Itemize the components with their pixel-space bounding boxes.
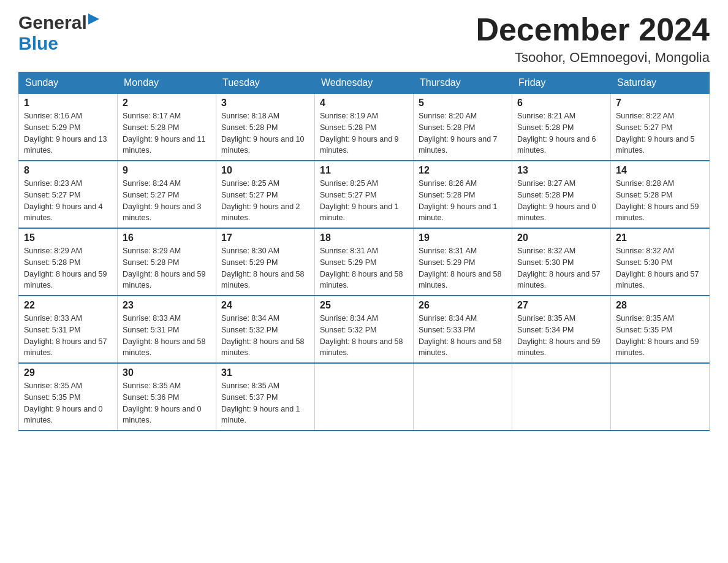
day-number: 10: [221, 165, 309, 176]
calendar-cell: [512, 363, 611, 431]
weekday-header-row: SundayMondayTuesdayWednesdayThursdayFrid…: [19, 72, 710, 94]
day-number: 18: [320, 232, 408, 243]
calendar-cell: 15Sunrise: 8:29 AMSunset: 5:28 PMDayligh…: [19, 228, 118, 296]
logo-blue-text: Blue: [18, 33, 58, 53]
calendar-cell: 26Sunrise: 8:34 AMSunset: 5:33 PMDayligh…: [414, 296, 512, 363]
day-number: 25: [320, 300, 408, 311]
day-number: 12: [419, 165, 507, 176]
day-info: Sunrise: 8:20 AMSunset: 5:28 PMDaylight:…: [419, 110, 507, 156]
day-number: 15: [24, 232, 112, 243]
day-number: 27: [517, 300, 605, 311]
calendar-cell: 19Sunrise: 8:31 AMSunset: 5:29 PMDayligh…: [414, 228, 512, 296]
day-info: Sunrise: 8:31 AMSunset: 5:29 PMDaylight:…: [419, 245, 507, 291]
day-info: Sunrise: 8:29 AMSunset: 5:28 PMDaylight:…: [24, 245, 112, 291]
calendar-title: December 2024: [476, 12, 710, 47]
day-info: Sunrise: 8:34 AMSunset: 5:33 PMDaylight:…: [419, 313, 507, 359]
calendar-cell: 6Sunrise: 8:21 AMSunset: 5:28 PMDaylight…: [512, 94, 611, 161]
title-block: December 2024 Tsoohor, OEmnoegovi, Mongo…: [476, 12, 710, 66]
day-number: 23: [123, 300, 211, 311]
day-info: Sunrise: 8:33 AMSunset: 5:31 PMDaylight:…: [123, 313, 211, 359]
calendar-cell: 10Sunrise: 8:25 AMSunset: 5:27 PMDayligh…: [216, 161, 315, 228]
calendar-cell: 27Sunrise: 8:35 AMSunset: 5:34 PMDayligh…: [512, 296, 611, 363]
day-number: 8: [24, 165, 112, 176]
day-number: 20: [517, 232, 605, 243]
weekday-header-friday: Friday: [512, 72, 611, 94]
calendar-week-5: 29Sunrise: 8:35 AMSunset: 5:35 PMDayligh…: [19, 363, 710, 431]
calendar-cell: [315, 363, 414, 431]
weekday-header-monday: Monday: [118, 72, 216, 94]
calendar-cell: 25Sunrise: 8:34 AMSunset: 5:32 PMDayligh…: [315, 296, 414, 363]
calendar-cell: 16Sunrise: 8:29 AMSunset: 5:28 PMDayligh…: [118, 228, 216, 296]
calendar-cell: 14Sunrise: 8:28 AMSunset: 5:28 PMDayligh…: [611, 161, 710, 228]
calendar-week-3: 15Sunrise: 8:29 AMSunset: 5:28 PMDayligh…: [19, 228, 710, 296]
day-info: Sunrise: 8:32 AMSunset: 5:30 PMDaylight:…: [517, 245, 605, 291]
calendar-cell: 30Sunrise: 8:35 AMSunset: 5:36 PMDayligh…: [118, 363, 216, 431]
day-info: Sunrise: 8:19 AMSunset: 5:28 PMDaylight:…: [320, 110, 408, 156]
weekday-header-sunday: Sunday: [19, 72, 118, 94]
calendar-table: SundayMondayTuesdayWednesdayThursdayFrid…: [18, 72, 710, 431]
calendar-cell: 5Sunrise: 8:20 AMSunset: 5:28 PMDaylight…: [414, 94, 512, 161]
calendar-cell: 9Sunrise: 8:24 AMSunset: 5:27 PMDaylight…: [118, 161, 216, 228]
calendar-cell: [611, 363, 710, 431]
calendar-subtitle: Tsoohor, OEmnoegovi, Mongolia: [476, 50, 710, 66]
day-number: 16: [123, 232, 211, 243]
day-number: 6: [517, 98, 605, 109]
day-number: 4: [320, 98, 408, 109]
day-number: 28: [616, 300, 704, 311]
day-number: 14: [616, 165, 704, 176]
day-number: 2: [123, 98, 211, 109]
calendar-cell: [414, 363, 512, 431]
day-number: 22: [24, 300, 112, 311]
day-info: Sunrise: 8:23 AMSunset: 5:27 PMDaylight:…: [24, 178, 112, 224]
day-number: 17: [221, 232, 309, 243]
day-info: Sunrise: 8:22 AMSunset: 5:27 PMDaylight:…: [616, 110, 704, 156]
calendar-week-2: 8Sunrise: 8:23 AMSunset: 5:27 PMDaylight…: [19, 161, 710, 228]
logo-general-text: General: [18, 12, 87, 33]
day-info: Sunrise: 8:26 AMSunset: 5:28 PMDaylight:…: [419, 178, 507, 224]
day-number: 1: [24, 98, 112, 109]
weekday-header-saturday: Saturday: [611, 72, 710, 94]
day-info: Sunrise: 8:25 AMSunset: 5:27 PMDaylight:…: [221, 178, 309, 224]
calendar-cell: 24Sunrise: 8:34 AMSunset: 5:32 PMDayligh…: [216, 296, 315, 363]
day-number: 11: [320, 165, 408, 176]
day-info: Sunrise: 8:35 AMSunset: 5:34 PMDaylight:…: [517, 313, 605, 359]
calendar-cell: 20Sunrise: 8:32 AMSunset: 5:30 PMDayligh…: [512, 228, 611, 296]
day-number: 24: [221, 300, 309, 311]
calendar-cell: 4Sunrise: 8:19 AMSunset: 5:28 PMDaylight…: [315, 94, 414, 161]
page-header: General Blue December 2024 Tsoohor, OEmn…: [18, 12, 710, 66]
calendar-cell: 1Sunrise: 8:16 AMSunset: 5:29 PMDaylight…: [19, 94, 118, 161]
day-number: 9: [123, 165, 211, 176]
day-number: 30: [123, 367, 211, 378]
day-number: 7: [616, 98, 704, 109]
day-info: Sunrise: 8:32 AMSunset: 5:30 PMDaylight:…: [616, 245, 704, 291]
calendar-cell: 29Sunrise: 8:35 AMSunset: 5:35 PMDayligh…: [19, 363, 118, 431]
day-info: Sunrise: 8:33 AMSunset: 5:31 PMDaylight:…: [24, 313, 112, 359]
day-info: Sunrise: 8:31 AMSunset: 5:29 PMDaylight:…: [320, 245, 408, 291]
day-number: 31: [221, 367, 309, 378]
logo-arrow-icon: [88, 13, 99, 27]
day-number: 5: [419, 98, 507, 109]
day-info: Sunrise: 8:18 AMSunset: 5:28 PMDaylight:…: [221, 110, 309, 156]
calendar-cell: 8Sunrise: 8:23 AMSunset: 5:27 PMDaylight…: [19, 161, 118, 228]
day-info: Sunrise: 8:28 AMSunset: 5:28 PMDaylight:…: [616, 178, 704, 224]
calendar-cell: 11Sunrise: 8:25 AMSunset: 5:27 PMDayligh…: [315, 161, 414, 228]
day-info: Sunrise: 8:25 AMSunset: 5:27 PMDaylight:…: [320, 178, 408, 224]
calendar-cell: 23Sunrise: 8:33 AMSunset: 5:31 PMDayligh…: [118, 296, 216, 363]
calendar-cell: 2Sunrise: 8:17 AMSunset: 5:28 PMDaylight…: [118, 94, 216, 161]
logo: General Blue: [18, 12, 99, 54]
weekday-header-wednesday: Wednesday: [315, 72, 414, 94]
day-info: Sunrise: 8:17 AMSunset: 5:28 PMDaylight:…: [123, 110, 211, 156]
weekday-header-tuesday: Tuesday: [216, 72, 315, 94]
calendar-week-1: 1Sunrise: 8:16 AMSunset: 5:29 PMDaylight…: [19, 94, 710, 161]
day-info: Sunrise: 8:30 AMSunset: 5:29 PMDaylight:…: [221, 245, 309, 291]
calendar-cell: 31Sunrise: 8:35 AMSunset: 5:37 PMDayligh…: [216, 363, 315, 431]
day-info: Sunrise: 8:29 AMSunset: 5:28 PMDaylight:…: [123, 245, 211, 291]
day-info: Sunrise: 8:35 AMSunset: 5:35 PMDaylight:…: [24, 380, 112, 426]
day-number: 13: [517, 165, 605, 176]
calendar-cell: 17Sunrise: 8:30 AMSunset: 5:29 PMDayligh…: [216, 228, 315, 296]
day-number: 3: [221, 98, 309, 109]
day-info: Sunrise: 8:21 AMSunset: 5:28 PMDaylight:…: [517, 110, 605, 156]
day-info: Sunrise: 8:34 AMSunset: 5:32 PMDaylight:…: [320, 313, 408, 359]
day-info: Sunrise: 8:34 AMSunset: 5:32 PMDaylight:…: [221, 313, 309, 359]
day-number: 19: [419, 232, 507, 243]
